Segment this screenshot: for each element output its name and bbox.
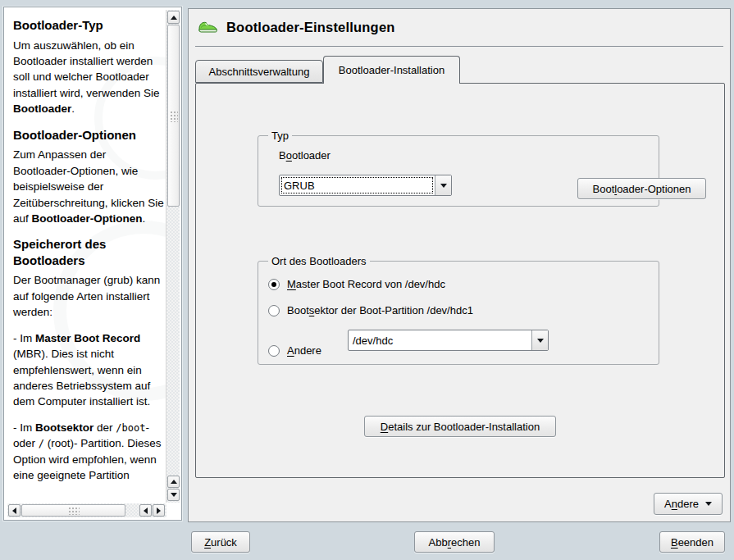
triangle-down-icon: [705, 502, 712, 506]
triangle-left-icon: [12, 508, 16, 514]
combobox-dropdown-button[interactable]: [435, 175, 451, 195]
scroll-up-button-bottom[interactable]: [167, 476, 180, 488]
triangle-left-icon: [144, 508, 148, 514]
radio-button-icon[interactable]: [268, 279, 280, 290]
page-title: Bootloader-Einstellungen: [226, 20, 395, 35]
scroll-right-button[interactable]: [153, 504, 165, 517]
radio-master-boot-record[interactable]: Master Boot Record von /dev/hdc: [268, 278, 445, 290]
bootloader-type-combobox[interactable]: GRUB: [279, 175, 452, 196]
details-button[interactable]: Details zur Bootloader-Installation: [364, 416, 556, 437]
grip-dots-icon: [170, 111, 178, 122]
group-ort-des-bootloaders: Ort des Bootloaders Master Boot Record v…: [258, 261, 659, 365]
radio-label: Andere: [287, 344, 321, 357]
back-button[interactable]: Zurück: [191, 531, 250, 553]
andere-device-value[interactable]: /dev/hdc: [349, 330, 531, 350]
bootloader-label: Bootloader: [279, 149, 331, 162]
scroll-left-button-right[interactable]: [139, 504, 152, 517]
bootloader-options-button[interactable]: Bootloader-Optionen: [577, 178, 706, 199]
tab-bootloader-installation[interactable]: Bootloader-Installation: [323, 56, 460, 84]
horizontal-scrollbar-thumb[interactable]: [21, 504, 125, 517]
triangle-down-icon: [440, 184, 447, 188]
help-vertical-scrollbar[interactable]: [166, 10, 180, 503]
radio-label: Master Boot Record von /dev/hdc: [287, 278, 445, 290]
group-ort-title: Ort des Bootloaders: [268, 255, 370, 267]
scroll-up-button[interactable]: [167, 11, 180, 24]
vertical-scrollbar-thumb[interactable]: [167, 25, 180, 207]
tab-content-frame: Typ Bootloader GRUB Bootloader-Optionen …: [195, 83, 725, 478]
andere-device-combobox[interactable]: /dev/hdc: [348, 330, 549, 351]
radio-button-icon[interactable]: [268, 305, 280, 316]
triangle-right-icon: [157, 508, 161, 514]
andere-menu-button[interactable]: Andere: [654, 493, 723, 515]
triangle-down-icon: [537, 339, 544, 343]
triangle-down-icon: [171, 493, 177, 497]
page-heading: Bootloader-Einstellungen: [198, 16, 395, 38]
help-panel: Bootloader-TypUm auszuwählen, ob ein Boo…: [3, 7, 182, 521]
triangle-up-icon: [171, 480, 177, 484]
scroll-left-button[interactable]: [8, 504, 21, 517]
help-text: Bootloader-TypUm auszuwählen, ob ein Boo…: [13, 14, 166, 494]
combobox-dropdown-button[interactable]: [531, 330, 548, 350]
grip-dots-icon: [68, 507, 80, 515]
radio-bootsektor[interactable]: Bootsektor der Boot-Partition /dev/hdc1: [268, 304, 473, 316]
abort-button[interactable]: Abbrechen: [414, 531, 495, 553]
main-panel: Bootloader-Einstellungen Abschnittsverwa…: [188, 8, 731, 522]
andere-menu-label: Andere: [664, 498, 699, 510]
help-horizontal-scrollbar[interactable]: [7, 503, 166, 517]
heading-separator: [195, 46, 723, 47]
scroll-down-button[interactable]: [167, 489, 180, 501]
group-typ: Typ Bootloader GRUB Bootloader-Optionen: [258, 135, 659, 207]
tab-abschnittsverwaltung[interactable]: Abschnittsverwaltung: [195, 60, 323, 83]
bootloader-type-value[interactable]: GRUB: [280, 175, 435, 195]
triangle-up-icon: [171, 16, 177, 20]
group-typ-title: Typ: [268, 130, 292, 142]
radio-button-icon[interactable]: [268, 345, 280, 357]
finish-button[interactable]: Beenden: [659, 531, 725, 553]
boot-shoe-icon: [198, 18, 219, 36]
radio-label: Bootsektor der Boot-Partition /dev/hdc1: [287, 304, 473, 316]
radio-andere[interactable]: Andere: [268, 344, 321, 357]
